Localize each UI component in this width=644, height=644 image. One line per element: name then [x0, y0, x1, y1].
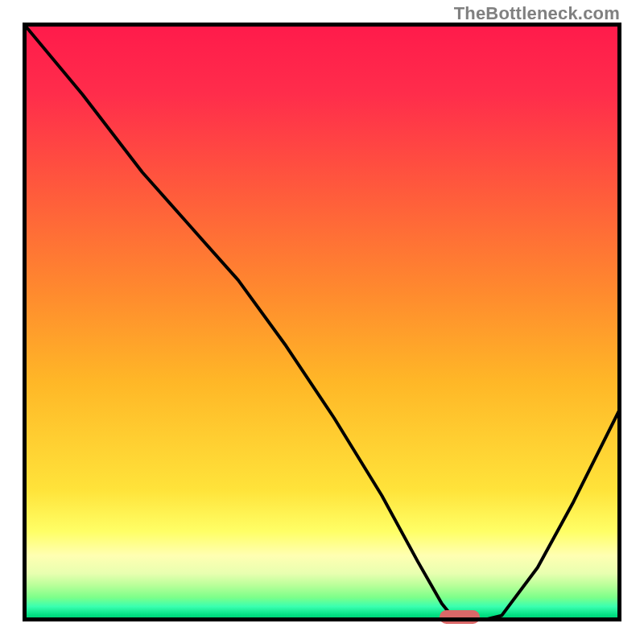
ideal-balance-marker [440, 610, 480, 624]
bottleneck-curve [23, 23, 621, 621]
chart-frame [23, 23, 621, 621]
attribution-label: TheBottleneck.com [454, 3, 620, 24]
